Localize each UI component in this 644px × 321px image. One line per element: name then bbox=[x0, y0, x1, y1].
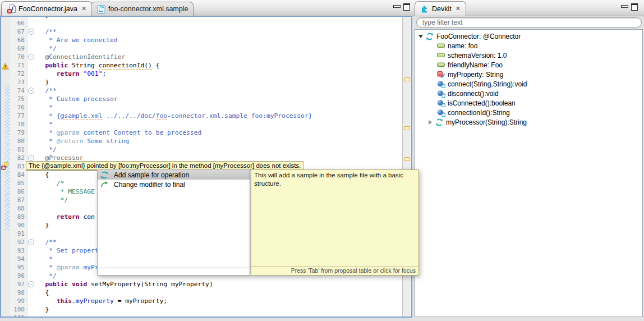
devkit-tabbar: Devkit ✕ bbox=[413, 0, 644, 16]
tree-item[interactable]: FooConnector: @Connector bbox=[415, 31, 642, 41]
line-number: 79 bbox=[17, 129, 25, 137]
code-line[interactable]: { bbox=[34, 171, 49, 179]
code-line[interactable]: } bbox=[34, 221, 49, 230]
code-line[interactable]: */ bbox=[34, 44, 57, 53]
code-token: Some string bbox=[83, 137, 129, 145]
overview-warning-marker[interactable] bbox=[404, 126, 410, 130]
tab-fooconnector-java[interactable]: J FooConnector.java ✕ bbox=[1, 1, 92, 16]
tree-item[interactable]: connectionId():String bbox=[415, 108, 642, 117]
warning-icon[interactable] bbox=[2, 62, 9, 72]
code-line[interactable]: public String connectionId() { bbox=[34, 61, 159, 70]
proposal-info-panel[interactable]: This will add a sample in the sample fil… bbox=[251, 169, 419, 276]
quickfix-item[interactable]: Add sample for operation bbox=[98, 170, 250, 180]
line-number: 98 bbox=[17, 288, 25, 297]
tree-item[interactable]: connect(String,String):void bbox=[415, 79, 642, 89]
tab-label: Devkit bbox=[432, 5, 452, 13]
code-line[interactable]: * Set propert bbox=[34, 246, 99, 255]
quickfix-item[interactable]: Change modifier to final bbox=[98, 180, 250, 189]
code-line[interactable]: /** bbox=[34, 238, 57, 246]
code-token: * bbox=[34, 255, 53, 263]
code-token: = myProperty; bbox=[114, 297, 167, 305]
overview-warning-marker[interactable] bbox=[404, 77, 410, 81]
tree-item[interactable]: disconnect():void bbox=[415, 89, 642, 98]
code-line[interactable]: return "001"; bbox=[34, 70, 106, 78]
line-number: 101 bbox=[13, 314, 25, 318]
code-line[interactable]: } bbox=[34, 78, 49, 86]
code-line[interactable]: /** bbox=[34, 27, 57, 36]
code-token: { bbox=[34, 289, 49, 296]
code-line[interactable]: * bbox=[34, 255, 53, 263]
code-line[interactable]: * @param myPr bbox=[34, 263, 99, 272]
code-line[interactable]: this.myProperty = myProperty; bbox=[34, 297, 167, 305]
filter-input[interactable] bbox=[416, 17, 642, 27]
line-number: 96 bbox=[17, 272, 25, 280]
tree-expand-arrow-icon[interactable] bbox=[418, 35, 423, 38]
tree-item[interactable]: friendlyName: Foo bbox=[415, 60, 642, 70]
code-line[interactable]: } bbox=[34, 16, 49, 19]
code-token: { bbox=[152, 62, 160, 69]
code-line[interactable]: @ConnectionIdentifier bbox=[34, 53, 125, 61]
quickfix-item-label: Change modifier to final bbox=[114, 181, 185, 189]
code-token: "001" bbox=[83, 70, 102, 77]
code-line[interactable]: * bbox=[34, 103, 53, 112]
code-token: String bbox=[68, 62, 98, 69]
code-token: * { bbox=[34, 112, 61, 120]
code-line[interactable]: */ bbox=[34, 145, 57, 154]
line-number: 99 bbox=[17, 297, 25, 305]
close-icon[interactable]: ✕ bbox=[81, 5, 86, 12]
tree-item-label: myProcessor(String):String bbox=[446, 118, 527, 126]
minimize-button[interactable] bbox=[621, 5, 628, 8]
maximize-button[interactable] bbox=[403, 3, 410, 11]
close-icon[interactable]: ✕ bbox=[456, 5, 461, 12]
tree-item-label: name: foo bbox=[448, 42, 477, 50]
tree-item-label: friendlyName: Foo bbox=[448, 61, 503, 69]
overview-warning-marker[interactable] bbox=[404, 157, 410, 161]
error-quickfix-icon[interactable] bbox=[1, 162, 10, 172]
code-token: * MESSAGE bbox=[34, 188, 95, 195]
code-token: } bbox=[34, 79, 49, 86]
tree-collapse-arrow-icon[interactable] bbox=[429, 120, 432, 125]
tree-item-label: connect(String,String):void bbox=[448, 80, 527, 88]
code-line[interactable]: */ bbox=[34, 272, 57, 280]
tree-item[interactable]: name: foo bbox=[415, 41, 642, 51]
code-line[interactable]: * Custom processor bbox=[34, 95, 118, 103]
tree-item[interactable]: schemaVersion: 1.0 bbox=[415, 51, 642, 60]
code-line[interactable]: return con bbox=[34, 213, 95, 221]
quickfix-item-label: Add sample for operation bbox=[114, 171, 189, 179]
code-line[interactable]: */ bbox=[34, 196, 68, 204]
devkit-tree[interactable]: FooConnector: @Connectorname: fooschemaV… bbox=[415, 29, 643, 317]
line-number: 100 bbox=[13, 305, 25, 314]
code-line[interactable]: { bbox=[34, 288, 49, 297]
minimize-button[interactable] bbox=[393, 5, 401, 8]
line-number: 69 bbox=[17, 44, 25, 53]
code-token: @return bbox=[57, 137, 84, 145]
line-number-ruler: 6667686970717273747576777879808182838485… bbox=[10, 17, 27, 317]
code-token: /** bbox=[34, 28, 57, 35]
code-token: /** bbox=[34, 87, 57, 94]
maximize-button[interactable] bbox=[631, 3, 638, 11]
quickfix-popup-footer bbox=[98, 268, 250, 275]
code-token: * bbox=[34, 264, 57, 271]
code-line[interactable]: /** bbox=[34, 86, 57, 95]
code-token: */ bbox=[34, 146, 57, 153]
tab-devkit[interactable]: Devkit ✕ bbox=[415, 1, 466, 16]
tree-item[interactable]: isConnected():boolean bbox=[415, 98, 642, 108]
code-line[interactable]: * @param content Content to be processed bbox=[34, 129, 201, 137]
code-token: content Content to be processed bbox=[80, 129, 202, 136]
line-number: 89 bbox=[17, 213, 25, 221]
code-line[interactable]: * MESSAGE bbox=[34, 187, 95, 196]
code-line[interactable]: * {@sample.xml ../../../doc/foo-connecto… bbox=[34, 112, 312, 120]
tree-item[interactable]: myProperty: String bbox=[415, 70, 642, 79]
connector-icon bbox=[425, 32, 434, 40]
processor-icon bbox=[435, 118, 444, 126]
quickfix-popup[interactable]: Add sample for operationChange modifier … bbox=[97, 169, 250, 276]
code-line[interactable]: } bbox=[34, 305, 49, 314]
tab-foo-connector-xml-sample[interactable]: foo-connector.xml.sample bbox=[91, 2, 194, 16]
code-line[interactable]: * bbox=[34, 120, 53, 129]
code-line[interactable]: * @return Some string bbox=[34, 137, 129, 145]
code-line[interactable]: /* bbox=[34, 179, 64, 187]
code-line[interactable]: public void setMyProperty(String myPrope… bbox=[34, 280, 213, 288]
tree-item[interactable]: myProcessor(String):String bbox=[415, 117, 642, 127]
line-number: 97 bbox=[17, 280, 25, 288]
code-line[interactable]: * Are we connected bbox=[34, 36, 118, 44]
